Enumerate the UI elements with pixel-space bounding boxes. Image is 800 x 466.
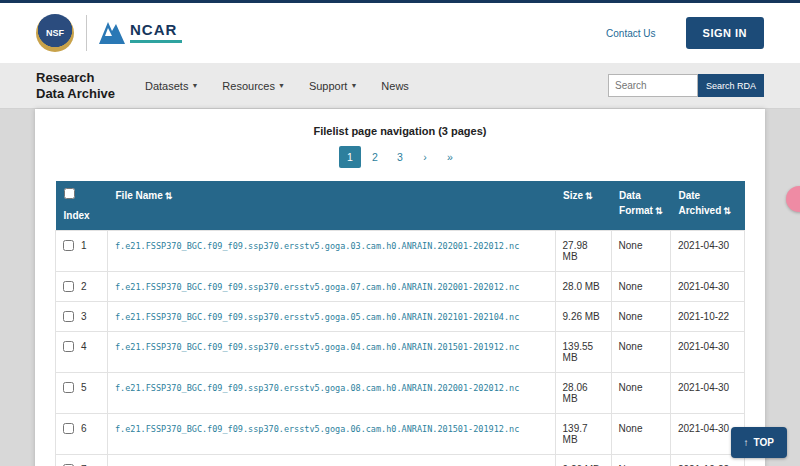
- table-row: 3f.e21.FSSP370_BGC.f09_f09.ssp370.ersstv…: [56, 302, 745, 332]
- row-checkbox[interactable]: [63, 423, 74, 434]
- filelist-table: Index File Name⇅ Size⇅ Data Format⇅ Date…: [55, 181, 745, 466]
- data-format: None: [611, 302, 670, 332]
- data-format: None: [611, 414, 670, 455]
- file-size: 27.98 MB: [555, 231, 611, 272]
- row-checkbox[interactable]: [63, 240, 74, 251]
- file-name-cell: f.e21.FSSP370_BGC.f09_f09.ssp370.ersstv5…: [108, 302, 556, 332]
- filelist-tbody: 1f.e21.FSSP370_BGC.f09_f09.ssp370.ersstv…: [56, 231, 745, 466]
- search-rda-button[interactable]: Search RDA: [698, 74, 764, 97]
- nav-item-label: Resources: [222, 80, 275, 92]
- table-row: 1f.e21.FSSP370_BGC.f09_f09.ssp370.ersstv…: [56, 231, 745, 272]
- file-name-cell: f.e21.FSSP370_BGC.f09_f09.ssp370.ersstv5…: [108, 332, 556, 373]
- page-button-3[interactable]: 3: [389, 146, 411, 168]
- table-row: 4f.e21.FSSP370_BGC.f09_f09.ssp370.ersstv…: [56, 332, 745, 373]
- row-index: 4: [81, 341, 87, 352]
- pagination: 1 2 3 › »: [55, 146, 745, 168]
- table-row: 7f.e21.FSSP370_BGC.f09_f09.ssp370.ersstv…: [56, 455, 745, 466]
- sort-icon: ⇅: [655, 206, 663, 216]
- content-area: Filelist page navigation (3 pages) 1 2 3…: [0, 109, 800, 463]
- file-size: 139.7 MB: [555, 414, 611, 455]
- header-index[interactable]: Index: [56, 181, 108, 231]
- contact-us-link[interactable]: Contact Us: [606, 28, 655, 39]
- date-archived: 2021-04-30: [671, 231, 745, 272]
- row-checkbox[interactable]: [63, 382, 74, 393]
- row-checkbox[interactable]: [63, 311, 74, 322]
- sort-icon: ⇅: [723, 206, 731, 216]
- file-link[interactable]: f.e21.FSSP370_BGC.f09_f09.ssp370.ersstv5…: [115, 342, 519, 352]
- nav-item-datasets[interactable]: Datasets ▼: [145, 80, 198, 92]
- row-index: 6: [81, 423, 87, 434]
- header-file-name[interactable]: File Name⇅: [108, 181, 556, 231]
- search-input[interactable]: [608, 74, 698, 97]
- top-header: NSF NCAR Contact Us SIGN IN: [0, 0, 800, 63]
- page-button-2[interactable]: 2: [364, 146, 386, 168]
- header-date-archived-label: Date Archived: [679, 190, 722, 216]
- header-data-format-label: Data Format: [619, 190, 653, 216]
- nav-item-label: Datasets: [145, 80, 188, 92]
- index-cell: 3: [56, 302, 108, 332]
- header-index-label: Index: [64, 208, 100, 223]
- file-size: 28.06 MB: [555, 373, 611, 414]
- date-archived: 2021-04-30: [671, 272, 745, 302]
- chevron-down-icon: ▼: [350, 82, 357, 89]
- header-data-format[interactable]: Data Format⇅: [611, 181, 670, 231]
- up-arrow-icon: ↑: [744, 437, 749, 448]
- select-all-checkbox[interactable]: [64, 188, 75, 199]
- brand-line1: Research: [36, 70, 115, 86]
- row-index: 1: [81, 240, 87, 251]
- row-index: 2: [81, 281, 87, 292]
- data-format: None: [611, 373, 670, 414]
- row-index: 5: [81, 382, 87, 393]
- nav-item-label: News: [381, 80, 409, 92]
- index-cell: 6: [56, 414, 108, 455]
- filelist-card: Filelist page navigation (3 pages) 1 2 3…: [35, 109, 765, 466]
- header-size-label: Size: [563, 190, 583, 201]
- index-cell: 1: [56, 231, 108, 272]
- file-size: 28.0 MB: [555, 272, 611, 302]
- data-format: None: [611, 455, 670, 466]
- nav-item-label: Support: [309, 80, 348, 92]
- file-link[interactable]: f.e21.FSSP370_BGC.f09_f09.ssp370.ersstv5…: [115, 383, 519, 393]
- table-row: 5f.e21.FSSP370_BGC.f09_f09.ssp370.ersstv…: [56, 373, 745, 414]
- ncar-logo[interactable]: NCAR: [99, 22, 182, 44]
- nav-item-resources[interactable]: Resources ▼: [222, 80, 285, 92]
- nsf-logo-text: NSF: [46, 28, 64, 38]
- file-link[interactable]: f.e21.FSSP370_BGC.f09_f09.ssp370.ersstv5…: [115, 312, 519, 322]
- file-size: 139.55 MB: [555, 332, 611, 373]
- file-link[interactable]: f.e21.FSSP370_BGC.f09_f09.ssp370.ersstv5…: [115, 424, 519, 434]
- ncar-logo-text: NCAR: [130, 22, 182, 37]
- index-cell: 2: [56, 272, 108, 302]
- row-index: 3: [81, 311, 87, 322]
- file-name-cell: f.e21.FSSP370_BGC.f09_f09.ssp370.ersstv5…: [108, 231, 556, 272]
- header-date-archived[interactable]: Date Archived⇅: [671, 181, 745, 231]
- data-format: None: [611, 332, 670, 373]
- sign-in-button[interactable]: SIGN IN: [686, 17, 764, 49]
- file-link[interactable]: f.e21.FSSP370_BGC.f09_f09.ssp370.ersstv5…: [115, 282, 519, 292]
- nav-item-support[interactable]: Support ▼: [309, 80, 357, 92]
- file-name-cell: f.e21.FSSP370_BGC.f09_f09.ssp370.ersstv5…: [108, 373, 556, 414]
- file-name-cell: f.e21.FSSP370_BGC.f09_f09.ssp370.ersstv5…: [108, 272, 556, 302]
- date-archived: 2021-04-30: [671, 332, 745, 373]
- page-last-button[interactable]: »: [439, 146, 461, 168]
- brand-title: Research Data Archive: [36, 70, 115, 101]
- row-checkbox[interactable]: [63, 341, 74, 352]
- ncar-flag-icon: [99, 22, 125, 44]
- page-next-button[interactable]: ›: [414, 146, 436, 168]
- file-link[interactable]: f.e21.FSSP370_BGC.f09_f09.ssp370.ersstv5…: [115, 241, 519, 251]
- date-archived: 2021-04-30: [671, 373, 745, 414]
- file-name-cell: f.e21.FSSP370_BGC.f09_f09.ssp370.ersstv5…: [108, 455, 556, 466]
- header-size[interactable]: Size⇅: [555, 181, 611, 231]
- file-size: 9.26 MB: [555, 455, 611, 466]
- header-file-name-label: File Name: [116, 190, 163, 201]
- nav-item-news[interactable]: News: [381, 80, 409, 92]
- date-archived: 2021-10-22: [671, 302, 745, 332]
- back-to-top-button[interactable]: ↑ TOP: [731, 427, 787, 458]
- logo-divider: [86, 15, 87, 51]
- index-cell: 4: [56, 332, 108, 373]
- file-size: 9.26 MB: [555, 302, 611, 332]
- row-checkbox[interactable]: [63, 281, 74, 292]
- nsf-logo[interactable]: NSF: [36, 14, 74, 52]
- page-button-1[interactable]: 1: [339, 146, 361, 168]
- sort-icon: ⇅: [165, 191, 173, 201]
- index-cell: 5: [56, 373, 108, 414]
